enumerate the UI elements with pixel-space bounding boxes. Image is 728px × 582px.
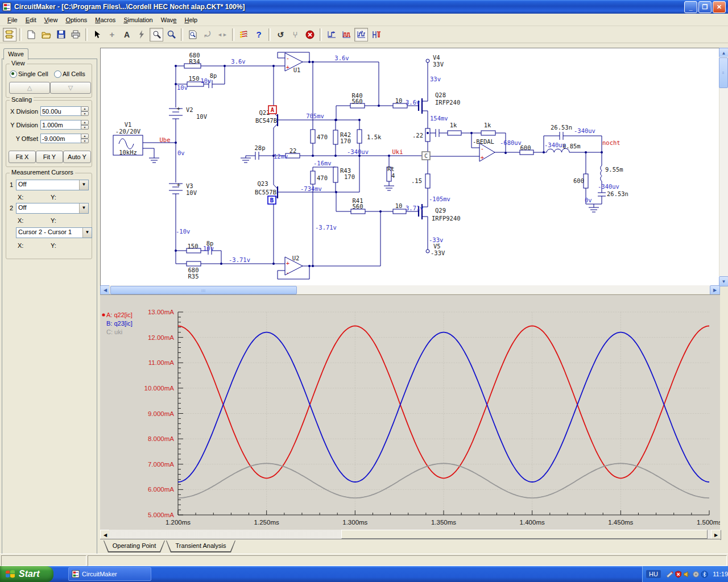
chevron-down-icon[interactable]: ▼ [82,228,92,238]
analysis-scope-button[interactable] [354,28,368,41]
chevron-down-icon[interactable]: ▼ [79,180,88,190]
schematic-label: Q28 [435,92,446,98]
transient-analysis-button[interactable] [340,28,353,41]
digital-analysis-button[interactable] [369,28,383,41]
legend-item-A[interactable]: A: q22[ic] [106,311,133,318]
waveform-hscroll-thumb[interactable] [341,530,708,539]
y-tick-label: 10.000mA [144,385,175,392]
auto-y-button[interactable]: Auto Y [63,151,91,163]
open-button[interactable] [39,28,53,41]
schematic-label: + [481,154,484,161]
menu-options[interactable]: Options [61,15,91,24]
cursor1-y-label: Y: [51,194,56,201]
legend-item-C[interactable]: C: uki [106,329,122,335]
menu-macros[interactable]: Macros [91,15,119,24]
schematic-label: 33V [433,61,444,68]
rotate-button[interactable]: ⤾ [201,28,214,41]
cursor-button[interactable] [90,28,104,41]
menu-file[interactable]: File [3,15,22,24]
tab-wave[interactable]: Wave [3,48,28,60]
cell-down-button[interactable]: ▽ [50,82,91,94]
all-cells-radio[interactable] [54,70,61,78]
schematic-vscroll-track[interactable] [719,57,728,276]
single-cell-radio[interactable] [10,70,17,78]
cursor-diff-select[interactable]: Cursor 2 - Cursor 1▼ [16,227,92,238]
menu-wave[interactable]: Wave [157,15,181,24]
status-cell [88,555,727,566]
cursor1-select[interactable]: Off▼ [16,180,89,190]
zoom-tool-button[interactable] [164,28,178,41]
menu-simulation[interactable]: Simulation [119,15,156,24]
schematic-vscroll-thumb[interactable]: ≡ [719,57,728,88]
schematic-label: -33V [431,250,445,256]
schematic-label: + [286,260,289,267]
y-offset-input[interactable] [40,134,81,143]
print-button[interactable] [69,28,82,41]
cell-up-button[interactable]: △ [9,82,50,94]
zoom-select-button[interactable] [186,28,200,41]
measurement-cursors-legend: Measurement Cursors [10,169,75,176]
new-button[interactable] [24,28,38,41]
taskbar-item-circuitmaker[interactable]: CircuitMaker [68,567,151,581]
title-bar[interactable]: CircuitMaker - [C:\Program Files\...\Cor… [0,0,728,14]
schematic-scroll-right[interactable]: ▶ [710,285,720,295]
cursor2-select[interactable]: Off▼ [16,203,89,214]
grid-lines [178,312,709,515]
schematic-label: V5 [433,243,441,250]
schematic-label: 8p [210,72,217,79]
tab-operating-point-label[interactable]: Operating Point [104,541,165,551]
fit-y-button[interactable]: Fit Y [36,151,63,163]
add-part-button[interactable]: + [105,28,119,41]
fit-x-button[interactable]: Fit X [9,151,36,163]
y-division-spinner[interactable]: ▲▼ [81,120,89,130]
y-tick-label: 13.00mA [148,309,174,315]
schematic-canvas[interactable]: 680R343.6v15010v8p10v+V210VV1-20/20V10kH… [100,48,719,286]
bluetooth-tray-icon[interactable] [701,570,708,579]
schematic-hscroll-thumb[interactable]: ||| [110,286,297,294]
menu-edit[interactable]: Edit [22,15,40,24]
minimize-button[interactable]: _ [684,1,697,13]
probe-tool-button[interactable] [150,28,163,41]
y-axis-labels: 13.00mA12.00mA11.00mA10.000mA9.000mA8.00… [144,309,175,518]
tab-transient-analysis-label[interactable]: Transient Analysis [166,541,235,551]
cursor-diff-x-label: X: [18,242,23,249]
parts-bin-button[interactable] [3,28,16,41]
save-button[interactable] [54,28,68,41]
legend-item-B[interactable]: B: q23[ic] [106,320,133,327]
taskbar: Start CircuitMaker HU [0,566,728,582]
tools-button[interactable]: ⑂ [288,28,302,41]
schematic-label: BC557B [255,189,276,196]
volume-tray-icon[interactable] [683,570,690,579]
language-indicator[interactable]: HU [646,570,661,578]
dc-analysis-button[interactable] [325,28,338,41]
schematic-scroll-down[interactable]: ▼ [719,276,728,286]
help-button[interactable]: ? [252,28,266,41]
waveform-legend[interactable]: A: q22[ic]B: q23[ic]C: uki [102,311,132,335]
clock[interactable]: 11:19 [713,571,728,577]
start-button[interactable]: Start [0,566,53,582]
schematic-label: 560 [352,98,363,105]
text-tool-button[interactable]: A [120,28,134,41]
device-tray-icon[interactable] [692,570,700,579]
undo-button[interactable]: ↺ [274,28,287,41]
close-button[interactable]: ✕ [713,1,726,13]
y-division-input[interactable] [40,120,81,130]
mirror-button[interactable]: ◄► [216,28,229,41]
waveform-panel[interactable]: 13.00mA12.00mA11.00mA10.000mA9.000mA8.00… [100,294,720,530]
restore-button[interactable]: ❐ [698,1,712,13]
menu-help[interactable]: Help [180,15,201,24]
tablet-tray-icon[interactable] [666,570,673,579]
y-offset-spinner[interactable]: ▲▼ [81,134,89,143]
digital-switches-button[interactable] [237,28,251,41]
chevron-down-icon[interactable]: ▼ [79,203,88,213]
security-alert-tray-icon[interactable] [675,570,682,579]
lightning-tool-button[interactable] [135,28,148,41]
schematic-label: 8p [206,240,214,247]
schematic-label: -105mv [429,196,450,202]
sheet-tab-row: Operating Point Transient Analysis [100,539,720,554]
x-division-spinner[interactable]: ▲▼ [81,106,89,116]
stop-simulation-button[interactable] [303,28,317,41]
y-tick-label: 6.000mA [148,486,174,493]
menu-view[interactable]: View [40,15,62,24]
x-division-input[interactable] [40,106,81,116]
